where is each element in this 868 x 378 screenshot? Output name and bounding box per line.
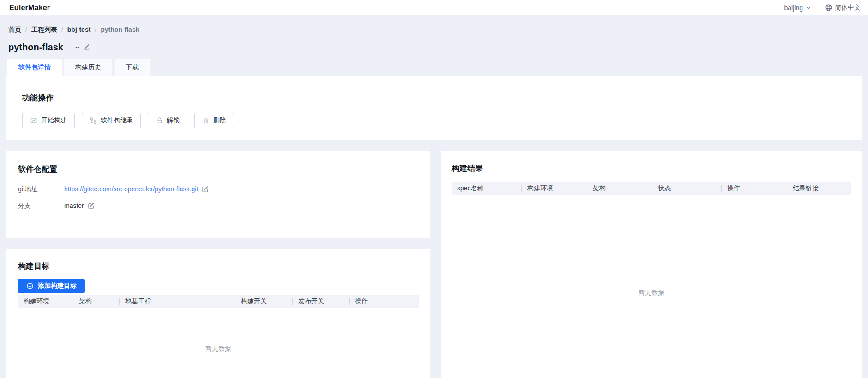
git-url-link[interactable]: https://gitee.com/src-openeuler/python-f… <box>64 185 198 193</box>
edit-branch-icon[interactable] <box>88 202 95 209</box>
column-header: 结果链接 <box>787 184 851 193</box>
language-label: 简体中文 <box>835 4 861 12</box>
build-results-heading: 构建结果 <box>452 164 851 173</box>
chevron-down-icon <box>806 5 811 11</box>
unlock-icon <box>156 117 163 124</box>
column-header: 构建环境 <box>522 184 587 193</box>
add-build-target-label: 添加构建目标 <box>38 282 77 290</box>
edit-description-icon[interactable] <box>83 44 90 51</box>
topbar: EulerMaker baijing 简体中文 <box>0 0 868 15</box>
column-header: 架构 <box>73 297 120 305</box>
actions-card: 功能操作 开始构建 软件包继承 解锁 删除 <box>6 76 862 140</box>
breadcrumb-separator: / <box>61 26 63 34</box>
build-targets-heading: 构建目标 <box>18 262 419 271</box>
tab-build-history[interactable]: 构建历史 <box>64 59 112 76</box>
breadcrumb-item-current: python-flask <box>101 26 139 34</box>
column-header: 构建环境 <box>18 297 73 305</box>
breadcrumb-separator: / <box>25 26 27 34</box>
column-header: 状态 <box>652 184 722 193</box>
breadcrumb-item-home[interactable]: 首页 <box>8 26 21 34</box>
inherit-icon <box>90 117 97 124</box>
targets-empty-text: 暂无数据 <box>205 345 231 353</box>
column-header: spec名称 <box>452 184 522 193</box>
delete-label: 删除 <box>213 116 226 125</box>
breadcrumb: 首页 / 工程列表 / bbj-test / python-flask <box>0 15 868 34</box>
tab-package-details[interactable]: 软件包详情 <box>7 59 62 76</box>
username-label: baijing <box>784 4 803 12</box>
user-menu[interactable]: baijing <box>784 4 811 12</box>
delete-button[interactable]: 删除 <box>194 113 234 128</box>
targets-empty-state: 暂无数据 <box>18 308 419 378</box>
tab-download[interactable]: 下载 <box>115 59 150 76</box>
language-switcher[interactable]: 简体中文 <box>825 4 861 12</box>
circle-plus-icon <box>26 282 34 290</box>
right-column: 构建结果 spec名称 构建环境 架构 状态 操作 结果链接 暂无数据 <box>441 151 862 378</box>
edit-git-url-icon[interactable] <box>202 186 209 193</box>
page-title: python-flask <box>8 42 63 53</box>
package-inherit-label: 软件包继承 <box>101 116 133 125</box>
add-build-target-button[interactable]: 添加构建目标 <box>18 279 85 293</box>
git-url-label: git地址 <box>18 185 64 193</box>
column-header: 操作 <box>350 297 419 305</box>
column-header: 发布开关 <box>293 297 350 305</box>
page-subtitle: -- <box>75 43 79 51</box>
build-results-card: 构建结果 spec名称 构建环境 架构 状态 操作 结果链接 暂无数据 <box>441 151 862 378</box>
breadcrumb-separator: / <box>95 26 96 34</box>
divider <box>818 5 818 11</box>
unlock-label: 解锁 <box>167 116 180 125</box>
column-header: 操作 <box>722 184 787 193</box>
trash-icon <box>202 117 210 124</box>
branch-row: 分支 master <box>18 202 419 210</box>
left-column: 软件仓配置 git地址 https://gitee.com/src-openeu… <box>6 151 430 378</box>
repo-config-card: 软件仓配置 git地址 https://gitee.com/src-openeu… <box>6 151 430 238</box>
brand-logo: EulerMaker <box>9 4 50 12</box>
content-columns: 软件仓配置 git地址 https://gitee.com/src-openeu… <box>6 151 862 378</box>
column-header: 构建开关 <box>235 297 293 305</box>
targets-table-header: 构建环境 架构 地基工程 构建开关 发布开关 操作 <box>18 295 419 308</box>
actions-heading: 功能操作 <box>22 93 862 103</box>
column-header: 架构 <box>587 184 652 193</box>
branch-value: master <box>64 202 84 210</box>
column-header: 地基工程 <box>120 297 235 305</box>
results-table-header: spec名称 构建环境 架构 状态 操作 结果链接 <box>452 182 851 195</box>
unlock-button[interactable]: 解锁 <box>148 113 187 128</box>
package-inherit-button[interactable]: 软件包继承 <box>82 113 141 128</box>
topbar-right: baijing 简体中文 <box>784 4 861 12</box>
start-build-label: 开始构建 <box>41 116 67 125</box>
repo-config-heading: 软件仓配置 <box>18 165 419 174</box>
results-empty-state: 暂无数据 <box>452 195 851 378</box>
tab-bar: 软件包详情 构建历史 下载 <box>7 59 868 76</box>
globe-icon <box>825 4 832 12</box>
git-url-row: git地址 https://gitee.com/src-openeuler/py… <box>18 185 419 193</box>
title-row: python-flask -- <box>8 42 868 53</box>
branch-label: 分支 <box>18 202 64 210</box>
results-empty-text: 暂无数据 <box>639 289 664 297</box>
actions-button-row: 开始构建 软件包继承 解锁 删除 <box>22 113 862 128</box>
breadcrumb-item-project[interactable]: bbj-test <box>67 26 91 34</box>
start-build-button[interactable]: 开始构建 <box>22 113 75 128</box>
start-build-icon <box>30 117 37 124</box>
breadcrumb-item-projects[interactable]: 工程列表 <box>31 26 57 34</box>
build-targets-card: 构建目标 添加构建目标 构建环境 架构 地基工程 构建开关 发布开关 操作 暂无… <box>6 249 430 378</box>
